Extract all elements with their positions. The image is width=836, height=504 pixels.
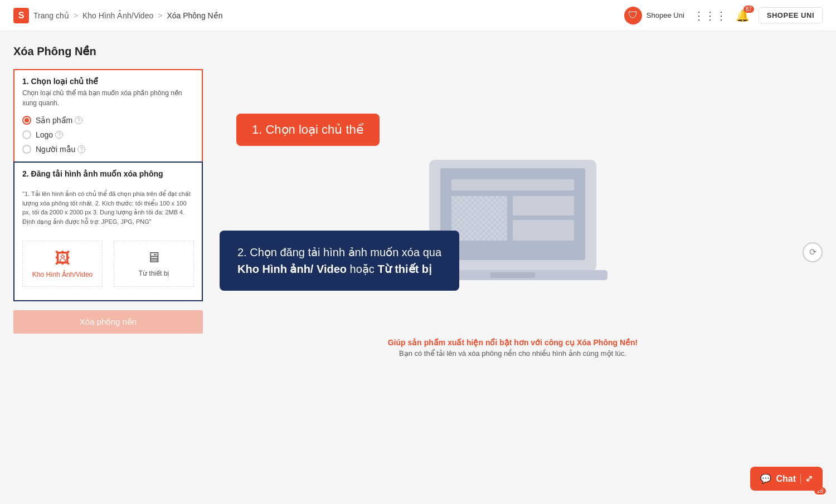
chat-divider [800, 474, 801, 484]
promo-highlight: Giúp sản phẩm xuất hiện nổi bật hơn với … [388, 338, 638, 347]
header-left: S Trang chủ > Kho Hình Ảnh/Video > Xóa P… [13, 8, 222, 23]
page-title: Xóa Phông Nền [13, 45, 823, 58]
radio-circle-nguoi-mau [22, 145, 31, 154]
svg-rect-6 [513, 220, 574, 241]
svg-rect-4 [451, 196, 507, 241]
grid-icon[interactable]: ⋮⋮⋮ [693, 9, 727, 22]
left-panel: 1. Chọn loại chủ thể Chọn loại chủ thể m… [13, 69, 203, 334]
library-btn-label: Kho Hình Ảnh/Video [32, 271, 93, 278]
radio-circle-san-pham [22, 116, 31, 125]
breadcrumb-sep1: > [74, 11, 78, 20]
radio-logo[interactable]: Logo ? [22, 130, 194, 139]
radio-nguoi-mau[interactable]: Người mẫu ? [22, 145, 194, 154]
svg-rect-8 [490, 272, 535, 278]
chat-button[interactable]: 💬 Chat ⤢ [750, 467, 823, 491]
notification-badge: 87 [743, 6, 754, 13]
device-btn-label: Từ thiết bị [139, 270, 169, 277]
chat-icon: 💬 [760, 473, 771, 484]
shopee-uni-label: Shopee Uni [647, 11, 684, 19]
help-icon-san-pham[interactable]: ? [75, 116, 82, 124]
promo-sub: Bạn có thể tải lên và xóa phông nền cho … [388, 349, 638, 358]
svg-rect-2 [451, 179, 574, 190]
device-icon: 🖥 [147, 249, 161, 266]
breadcrumb-home[interactable]: Trang chủ [33, 11, 69, 20]
upload-buttons: 🖼 Kho Hình Ảnh/Video 🖥 Từ thiết bị [22, 235, 194, 295]
section2-card: 2. Đăng tải hình ảnh muốn xóa phông "1. … [13, 162, 203, 301]
remove-background-button[interactable]: Xóa phông nền [13, 310, 203, 334]
shield-icon: 🛡 [628, 9, 638, 21]
header-right: 🛡 Shopee Uni ⋮⋮⋮ 🔔 87 SHOPEE UNI [624, 7, 823, 25]
step2-tooltip: 2. Chọn đăng tải hình ảnh muốn xóa qua K… [220, 231, 459, 291]
upload-note: "1. Tải lên hình ảnh có chủ thể đã chọn … [22, 189, 194, 226]
bottom-bar: Xóa phông nền [13, 301, 203, 334]
radio-label-logo: Logo ? [36, 130, 63, 139]
upload-from-library-button[interactable]: 🖼 Kho Hình Ảnh/Video [22, 241, 103, 287]
main-layout: 1. Chọn loại chủ thể Chọn loại chủ thể m… [13, 69, 823, 403]
help-icon-nguoi-mau[interactable]: ? [77, 145, 85, 153]
shopee-uni-icon: 🛡 [624, 7, 642, 25]
section1-desc: Chọn loại chủ thể mà bạn muốn xóa phần p… [22, 88, 194, 108]
radio-san-pham[interactable]: Sản phẩm ? [22, 116, 194, 125]
section2-title: 2. Đăng tải hình ảnh muốn xóa phông [22, 169, 194, 178]
breadcrumb-library[interactable]: Kho Hình Ảnh/Video [82, 11, 153, 20]
bell-notification[interactable]: 🔔 87 [736, 9, 750, 22]
chat-expand-icon: ⤢ [805, 473, 813, 484]
radio-dot-san-pham [25, 118, 29, 123]
promo-text-area: Giúp sản phẩm xuất hiện nổi bật hơn với … [388, 338, 638, 358]
radio-label-san-pham: Sản phẩm ? [36, 116, 82, 125]
chat-label: Chat [776, 474, 796, 484]
upload-section: "1. Tải lên hình ảnh có chủ thể đã chọn … [14, 184, 202, 300]
section1-header: 1. Chọn loại chủ thể Chọn loại chủ thể m… [14, 70, 202, 111]
section1-card: 1. Chọn loại chủ thể Chọn loại chủ thể m… [13, 69, 203, 163]
help-icon-logo[interactable]: ? [55, 131, 63, 139]
library-icon: 🖼 [55, 249, 70, 267]
right-panel: 1. Chọn loại chủ thể [203, 69, 823, 403]
section2-header: 2. Đăng tải hình ảnh muốn xóa phông [14, 163, 202, 184]
scroll-to-top-button[interactable]: ⟳ [803, 242, 823, 262]
upload-from-device-button[interactable]: 🖥 Từ thiết bị [114, 241, 194, 287]
shopee-logo: S [13, 8, 29, 23]
page-container: Xóa Phông Nền 1. Chọn loại chủ thể Chọn … [0, 31, 836, 417]
breadcrumb-current: Xóa Phông Nền [167, 11, 222, 20]
user-menu-button[interactable]: SHOPEE UNI [759, 7, 823, 23]
radio-label-nguoi-mau: Người mẫu ? [36, 145, 85, 154]
svg-rect-5 [513, 196, 574, 216]
step1-tooltip: 1. Chọn loại chủ thể [236, 114, 380, 146]
section1-title: 1. Chọn loại chủ thể [22, 77, 194, 86]
header: S Trang chủ > Kho Hình Ảnh/Video > Xóa P… [0, 0, 836, 31]
radio-circle-logo [22, 130, 31, 139]
shopee-uni-link[interactable]: 🛡 Shopee Uni [624, 7, 684, 25]
radio-group: Sản phẩm ? Logo ? [14, 111, 202, 162]
breadcrumb-sep2: > [158, 11, 162, 20]
